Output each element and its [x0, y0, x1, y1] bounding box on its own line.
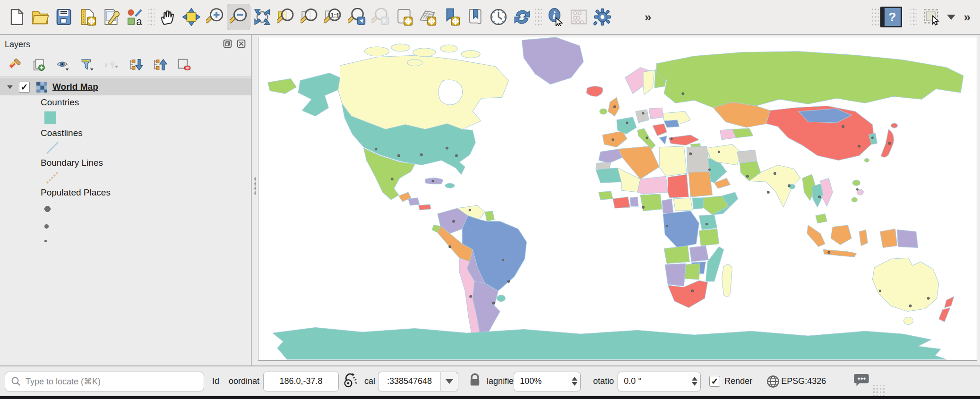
zoom-in-button[interactable]: [203, 4, 227, 30]
toolbar-separator: [911, 8, 917, 26]
eye-icon: [56, 58, 70, 72]
zoom-selection-icon: [277, 8, 295, 26]
gear-icon: [593, 8, 611, 26]
expand-all-icon: [129, 58, 143, 72]
help-button[interactable]: ?: [880, 7, 902, 27]
select-features-button[interactable]: [919, 4, 946, 30]
refresh-icon: [513, 8, 531, 26]
open-layer-styling-button[interactable]: [7, 56, 24, 73]
show-layout-manager-button[interactable]: [99, 4, 123, 30]
toolbar-overflow-button-2[interactable]: »: [960, 10, 973, 25]
new-bookmark-icon: [442, 8, 460, 26]
select-rectangle-icon: [923, 8, 941, 26]
magnifier-spinbox[interactable]: 100%: [514, 372, 581, 391]
qgis-window: a 1:1 i » ? »: [0, 0, 980, 399]
zoom-to-selection-button[interactable]: [274, 4, 298, 30]
rotation-value: 0.0 °: [618, 372, 688, 391]
new-spatial-bookmark-button[interactable]: [439, 4, 463, 30]
identify-features-button[interactable]: i: [543, 4, 567, 30]
filter-funnel-icon: [80, 58, 95, 72]
save-project-button[interactable]: [52, 4, 76, 30]
crs-globe-icon: [766, 375, 780, 388]
zoom-out-button[interactable]: [227, 4, 250, 30]
options-gear-button[interactable]: [591, 4, 614, 30]
zoom-last-icon: [348, 8, 366, 26]
window-resize-grip[interactable]: [872, 384, 885, 396]
zoom-next-button[interactable]: [369, 4, 392, 30]
identify-icon: i: [546, 8, 564, 26]
new-project-button[interactable]: [5, 4, 28, 30]
svg-text:a: a: [136, 16, 142, 26]
abacus-icon: [570, 8, 588, 26]
remove-layer-button[interactable]: [175, 56, 192, 73]
panel-float-button[interactable]: [223, 39, 232, 51]
legend-item-populated-places[interactable]: Populated Places: [41, 186, 251, 199]
extents-toggle-button[interactable]: [343, 372, 358, 391]
coordinate-input[interactable]: 186.0,-37.8: [263, 372, 339, 391]
toolbar-overflow-button[interactable]: »: [641, 10, 654, 25]
new-print-layout-button[interactable]: [76, 4, 99, 30]
layer-label: World Map: [52, 82, 98, 92]
crs-status-button[interactable]: EPSG:4326: [781, 376, 826, 386]
new-layout-icon: [78, 8, 96, 26]
show-spatial-bookmarks-button[interactable]: [463, 4, 487, 30]
expand-all-button[interactable]: [127, 56, 144, 73]
refresh-button[interactable]: [510, 4, 534, 30]
magnifier-value: 100%: [514, 372, 568, 391]
filter-legend-button[interactable]: [79, 56, 96, 73]
main-toolbar: a 1:1 i » ? »: [0, 0, 980, 35]
style-manager-icon: a: [126, 8, 144, 26]
open-project-button[interactable]: [28, 4, 52, 30]
panel-close-button[interactable]: [236, 39, 246, 51]
zoom-native-icon: 1:1: [324, 8, 342, 26]
zoom-last-button[interactable]: [345, 4, 369, 30]
add-group-button[interactable]: [31, 56, 48, 73]
new-map-view-icon: [395, 8, 413, 26]
render-checkbox[interactable]: ✓: [709, 376, 720, 387]
select-features-dropdown[interactable]: [947, 15, 955, 20]
layer-item-world-map[interactable]: ✓World Map: [0, 78, 251, 95]
legend-item-coastlines[interactable]: Coastlines: [41, 126, 251, 140]
layers-panel-toolbar: ε: [0, 51, 251, 77]
statistical-summary-button[interactable]: [567, 4, 591, 30]
temporal-controller-button[interactable]: [487, 4, 510, 30]
render-checkbox-group[interactable]: ✓ Render: [709, 376, 752, 387]
legend-item-countries[interactable]: Countries: [41, 95, 251, 109]
map-canvas[interactable]: [258, 37, 977, 361]
manage-map-themes-button[interactable]: [55, 56, 72, 73]
rotation-label: otatio: [593, 376, 614, 386]
new-3d-view-icon: [419, 8, 437, 26]
zoom-native-button[interactable]: 1:1: [321, 4, 345, 30]
add-group-icon: [32, 58, 46, 72]
new-3d-map-view-button[interactable]: [416, 4, 439, 30]
scale-combobox[interactable]: :338547648: [378, 372, 458, 391]
zoom-full-extent-button[interactable]: [250, 4, 274, 30]
legend-item-boundary-lines[interactable]: Boundary Lines: [41, 156, 251, 170]
layers-panel-title: Layers: [5, 40, 30, 50]
locator-search-input[interactable]: Type to locate (⌘K): [5, 372, 204, 391]
style-manager-button[interactable]: a: [123, 4, 146, 30]
filter-by-expression-button[interactable]: ε: [103, 56, 120, 73]
show-bookmarks-icon: [466, 8, 484, 26]
collapse-all-button[interactable]: [151, 56, 168, 73]
messages-bubble-button[interactable]: [853, 373, 869, 390]
expand-caret-icon[interactable]: [7, 84, 13, 90]
locator-placeholder: Type to locate (⌘K): [26, 376, 101, 387]
scale-dropdown-arrow[interactable]: [440, 372, 458, 391]
layer-visibility-checkbox[interactable]: ✓: [19, 82, 30, 93]
lock-scale-icon[interactable]: [469, 373, 481, 390]
render-label: Render: [724, 376, 752, 386]
rotation-spinner[interactable]: [688, 372, 701, 391]
zoom-in-icon: [206, 8, 224, 26]
panel-splitter[interactable]: [251, 35, 258, 365]
zoom-to-layer-button[interactable]: [298, 4, 321, 30]
new-map-view-button[interactable]: [392, 4, 416, 30]
pan-hand-icon: [159, 8, 177, 26]
status-bar: Type to locate (⌘K) Id oordinat 186.0,-3…: [0, 365, 980, 396]
pan-to-selection-button[interactable]: [180, 4, 203, 30]
magnifier-spinner[interactable]: [568, 372, 581, 391]
rotation-spinbox[interactable]: 0.0 °: [618, 372, 701, 391]
legend-swatch: [44, 140, 251, 156]
pan-map-button[interactable]: [156, 4, 180, 30]
layer-tiles-icon: [36, 81, 48, 93]
